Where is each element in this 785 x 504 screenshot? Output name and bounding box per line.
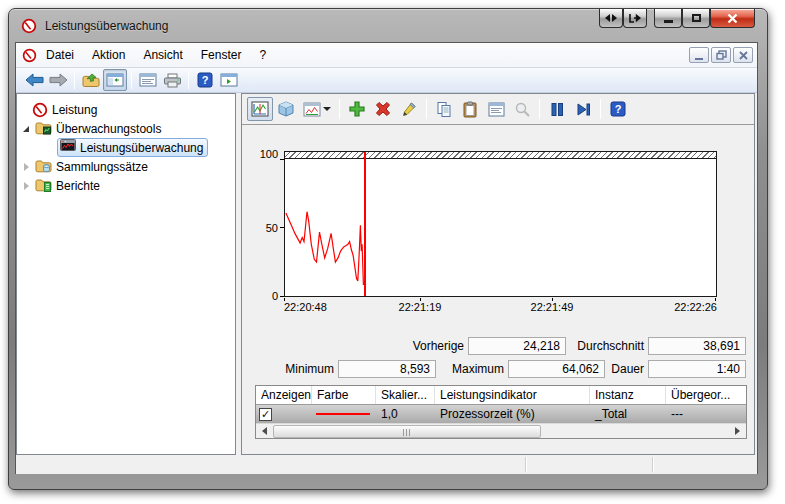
menu-datei[interactable]: Datei (37, 45, 83, 66)
forward-arrow-icon (49, 73, 68, 87)
minimize-icon (695, 58, 703, 60)
menu-hilfe[interactable]: ? (250, 45, 275, 66)
pause-icon (550, 102, 564, 117)
counter-parent: --- (666, 407, 746, 421)
titlebar[interactable]: Leistungsüberwachung (9, 9, 767, 42)
properties-button[interactable] (483, 97, 509, 121)
toolbar-separator (339, 99, 340, 119)
properties-icon (488, 102, 505, 117)
tree-item-berichte[interactable]: Berichte (17, 176, 235, 195)
stat-label-dauer: Dauer (592, 360, 644, 378)
up-level-button[interactable] (79, 69, 103, 91)
stat-value-maximum: 64,062 (508, 360, 605, 378)
column-header-skalierung[interactable]: Skalier... (376, 386, 435, 404)
back-arrow-icon (25, 73, 44, 87)
show-counter-checkbox[interactable] (259, 408, 272, 421)
menu-ansicht[interactable]: Ansicht (134, 45, 191, 66)
graph-type-icon (303, 102, 321, 117)
pencil-icon (401, 101, 417, 118)
counter-instance: _Total (590, 407, 666, 421)
stat-value-vorherige: 24,218 (468, 337, 566, 355)
counter-name: Prozessorzeit (%) (435, 407, 590, 421)
copy-properties-button[interactable] (431, 97, 457, 121)
toolbar-separator (74, 71, 75, 89)
zoom-button[interactable] (509, 97, 535, 121)
minimize-button[interactable] (654, 9, 682, 28)
svg-text:?: ? (615, 103, 622, 115)
tree-item-ueberwachungstools[interactable]: Überwachungstools (17, 119, 235, 138)
y-axis-tick-label: 0 (248, 290, 278, 302)
mdi-restore-button[interactable] (711, 47, 731, 63)
console-tree-toggle-button[interactable] (103, 69, 127, 91)
log-data-button[interactable] (273, 97, 299, 121)
forward-button[interactable] (46, 69, 70, 91)
statusbar (16, 455, 757, 474)
scroll-right-button[interactable] (729, 424, 746, 439)
update-data-button[interactable] (570, 97, 596, 121)
mdi-close-button[interactable] (733, 47, 753, 63)
help-icon: ? (610, 101, 626, 117)
menubar: Datei Aktion Ansicht Fenster ? (16, 43, 757, 68)
paste-counter-list-button[interactable] (457, 97, 483, 121)
chart-view-button[interactable] (247, 97, 273, 121)
properties-button[interactable] (136, 69, 160, 91)
folder-report-icon (35, 177, 52, 195)
counter-row[interactable]: 1,0 Prozessorzeit (%) _Total --- (256, 405, 746, 423)
left-arrow-icon (605, 14, 610, 22)
stat-value-durchschnitt: 38,691 (648, 337, 746, 355)
scrollbar-thumb[interactable] (273, 425, 541, 438)
context-switch-button[interactable] (599, 9, 623, 28)
window-title: Leistungsüberwachung (45, 19, 168, 33)
chart-series-line (286, 212, 364, 285)
menu-fenster[interactable]: Fenster (192, 45, 251, 66)
collapsed-arrow-icon[interactable] (24, 163, 29, 171)
help-button[interactable]: ? (605, 97, 631, 121)
content-area: Leistung Überwachungstools (16, 93, 757, 455)
tree-item-sammlungssaetze[interactable]: Sammlungssätze (17, 157, 235, 176)
change-graph-type-button[interactable] (299, 97, 335, 121)
expanded-arrow-icon[interactable] (23, 126, 29, 132)
minimize-icon (664, 20, 673, 23)
right-arrow-icon (612, 14, 617, 22)
chart-svg (285, 160, 716, 296)
toolbar-separator (426, 99, 427, 119)
mdi-minimize-button[interactable] (689, 47, 709, 63)
stat-value-dauer: 1:40 (648, 360, 746, 378)
tree-item-label: Leistung (52, 103, 97, 117)
help-button[interactable]: ? (193, 69, 217, 91)
tree-item-leistungsueberwachung[interactable]: Leistungsüberwachung (17, 138, 235, 157)
column-header-leistungsindikator[interactable]: Leistungsindikator (435, 386, 590, 404)
collapsed-arrow-icon[interactable] (24, 182, 29, 190)
console-tree-panel: Leistung Überwachungstools (16, 93, 236, 455)
highlight-button[interactable] (396, 97, 422, 121)
perfmon-logo-icon (32, 102, 48, 118)
stat-label-durchschnitt: Durchschnitt (560, 337, 644, 355)
maximize-button[interactable] (682, 9, 710, 28)
toolbar-separator (131, 71, 132, 89)
tree-item-label: Sammlungssätze (56, 160, 148, 174)
column-header-uebergeordnet[interactable]: Übergeor... (666, 386, 746, 404)
action-pane-toggle-button[interactable] (217, 69, 241, 91)
delete-icon (374, 101, 392, 117)
back-button[interactable] (22, 69, 46, 91)
scroll-left-button[interactable] (256, 424, 273, 439)
column-header-anzeigen[interactable]: Anzeigen (256, 386, 312, 404)
stat-value-minimum: 8,593 (338, 360, 436, 378)
add-counter-button[interactable] (344, 97, 370, 121)
delete-counter-button[interactable] (370, 97, 396, 121)
pop-out-button[interactable] (623, 9, 647, 28)
column-header-instanz[interactable]: Instanz (590, 386, 666, 404)
x-axis-tick-label: 22:21:49 (521, 301, 583, 313)
column-header-farbe[interactable]: Farbe (312, 386, 376, 404)
tree-item-leistung[interactable]: Leistung (17, 100, 235, 119)
freeze-display-button[interactable] (544, 97, 570, 121)
copy-icon (436, 101, 452, 118)
close-button[interactable] (710, 9, 755, 28)
toolbar-separator (188, 71, 189, 89)
menu-aktion[interactable]: Aktion (83, 45, 134, 66)
print-button[interactable] (160, 69, 184, 91)
magnifier-icon (514, 101, 531, 118)
stat-label-maximum: Maximum (432, 360, 504, 378)
x-axis-tick-label: 22:20:48 (284, 301, 346, 313)
horizontal-scrollbar[interactable] (256, 423, 746, 438)
